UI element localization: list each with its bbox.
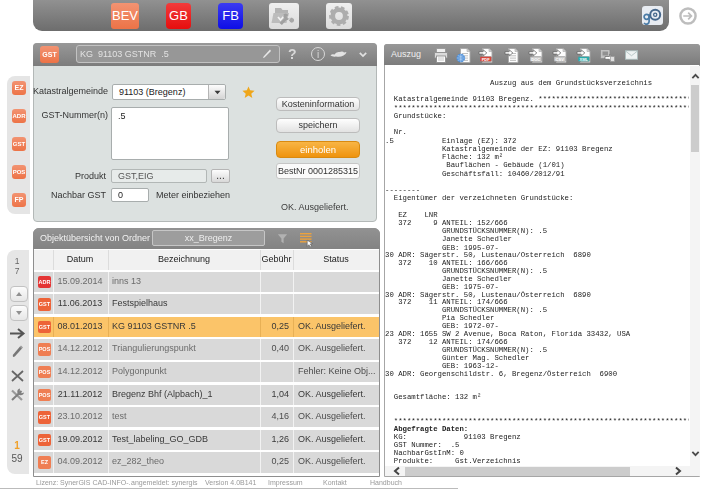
svg-text:PDF: PDF: [482, 57, 491, 62]
svg-text:DOC: DOC: [531, 57, 540, 62]
svg-text:XML: XML: [579, 57, 588, 62]
svg-text:CSV: CSV: [556, 57, 565, 62]
